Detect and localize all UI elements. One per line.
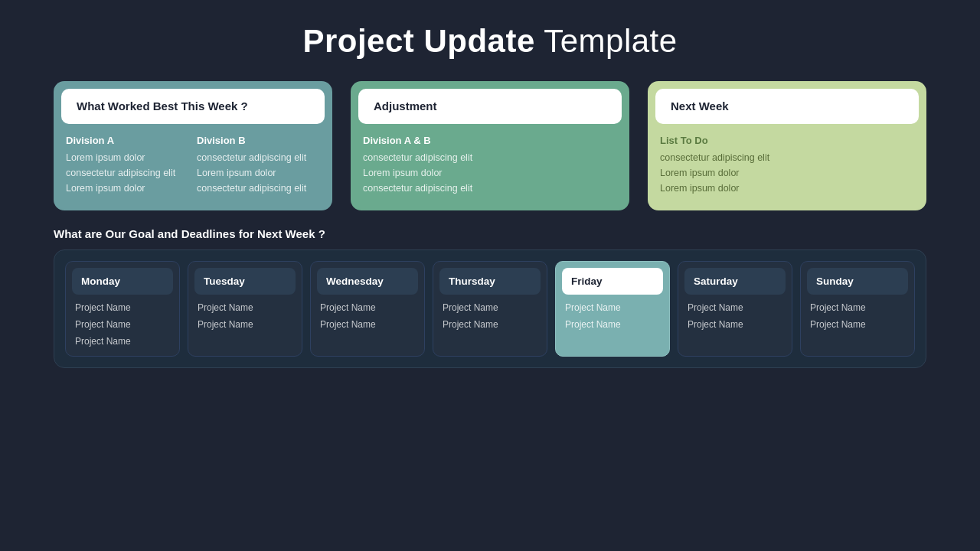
col-ab-item-1: consectetur adipiscing elit: [363, 152, 617, 163]
monday-project-2: Project Name: [75, 319, 170, 330]
thursday-project-2: Project Name: [443, 319, 537, 330]
col-todo-item-1: consectetur adipiscing elit: [660, 152, 914, 163]
col-division-a: Division A Lorem ipsum dolor consectetur…: [66, 135, 189, 198]
wednesday-project-2: Project Name: [320, 319, 415, 330]
saturday-project-2: Project Name: [688, 319, 782, 330]
card-next-week: Next Week List To Do consectetur adipisc…: [648, 81, 926, 210]
col-a-title: Division A: [66, 135, 189, 146]
day-header-wednesday: Wednesday: [317, 268, 418, 295]
day-col-tuesday: Tuesday Project Name Project Name: [188, 261, 302, 357]
day-header-sunday: Sunday: [807, 268, 908, 295]
card-next-week-body: List To Do consectetur adipiscing elit L…: [648, 124, 926, 210]
tuesday-project-2: Project Name: [198, 319, 292, 330]
col-b-item-1: consectetur adipiscing elit: [197, 152, 320, 163]
day-header-friday: Friday: [562, 268, 663, 295]
day-body-friday: Project Name Project Name: [556, 295, 669, 339]
col-todo-item-3: Lorem ipsum dolor: [660, 183, 914, 194]
card-what-worked: What Worked Best This Week ? Division A …: [54, 81, 332, 210]
goal-section: What are Our Goal and Deadlines for Next…: [54, 227, 926, 368]
day-header-monday: Monday: [72, 268, 173, 295]
col-b-item-3: consectetur adipiscing elit: [197, 183, 320, 194]
title-bold: Project Update: [302, 23, 534, 59]
page-title: Project Update Template: [54, 23, 926, 60]
day-col-sunday: Sunday Project Name Project Name: [800, 261, 915, 357]
day-body-saturday: Project Name Project Name: [678, 295, 792, 339]
title-light: Template: [535, 23, 678, 59]
col-b-item-2: Lorem ipsum dolor: [197, 168, 320, 178]
card-next-week-header: Next Week: [655, 89, 919, 124]
day-col-wednesday: Wednesday Project Name Project Name: [310, 261, 425, 357]
card-adjustment-header: Adjustment: [358, 89, 622, 124]
card-what-worked-header: What Worked Best This Week ?: [61, 89, 325, 124]
thursday-project-1: Project Name: [443, 302, 537, 313]
sunday-project-1: Project Name: [810, 302, 905, 313]
top-cards-row: What Worked Best This Week ? Division A …: [54, 81, 926, 210]
friday-project-2: Project Name: [565, 319, 660, 330]
card-next-week-title: Next Week: [671, 99, 729, 112]
day-body-monday: Project Name Project Name Project Name: [66, 295, 179, 356]
weekly-grid-wrapper: Monday Project Name Project Name Project…: [54, 249, 926, 368]
day-header-thursday: Thursday: [439, 268, 541, 295]
monday-project-1: Project Name: [75, 302, 170, 313]
col-todo-item-2: Lorem ipsum dolor: [660, 168, 914, 178]
wednesday-project-1: Project Name: [320, 302, 415, 313]
day-body-tuesday: Project Name Project Name: [188, 295, 302, 339]
card-what-worked-title: What Worked Best This Week ?: [77, 99, 248, 112]
day-col-thursday: Thursday Project Name Project Name: [433, 261, 547, 357]
day-col-saturday: Saturday Project Name Project Name: [678, 261, 792, 357]
card-adjustment-title: Adjustment: [374, 99, 437, 112]
friday-project-1: Project Name: [565, 302, 660, 313]
col-division-ab: Division A & B consectetur adipiscing el…: [363, 135, 617, 198]
col-list-todo: List To Do consectetur adipiscing elit L…: [660, 135, 914, 198]
col-a-item-2: consectetur adipiscing elit: [66, 168, 189, 178]
day-col-monday: Monday Project Name Project Name Project…: [65, 261, 180, 357]
col-b-title: Division B: [197, 135, 320, 146]
day-header-saturday: Saturday: [684, 268, 786, 295]
goal-title: What are Our Goal and Deadlines for Next…: [54, 227, 926, 240]
card-adjustment-body: Division A & B consectetur adipiscing el…: [351, 124, 629, 210]
tuesday-project-1: Project Name: [198, 302, 292, 313]
page-wrapper: Project Update Template What Worked Best…: [0, 0, 980, 551]
day-body-sunday: Project Name Project Name: [801, 295, 914, 339]
sunday-project-2: Project Name: [810, 319, 905, 330]
card-what-worked-body: Division A Lorem ipsum dolor consectetur…: [54, 124, 332, 210]
col-todo-title: List To Do: [660, 135, 914, 146]
col-division-b: Division B consectetur adipiscing elit L…: [197, 135, 320, 198]
col-a-item-1: Lorem ipsum dolor: [66, 152, 189, 163]
col-ab-item-3: consectetur adipiscing elit: [363, 183, 617, 194]
day-header-tuesday: Tuesday: [194, 268, 296, 295]
col-ab-title: Division A & B: [363, 135, 617, 146]
col-ab-item-2: Lorem ipsum dolor: [363, 168, 617, 178]
card-adjustment: Adjustment Division A & B consectetur ad…: [351, 81, 629, 210]
col-a-item-3: Lorem ipsum dolor: [66, 183, 189, 194]
monday-project-3: Project Name: [75, 336, 170, 347]
weekly-grid: Monday Project Name Project Name Project…: [65, 261, 915, 357]
day-body-wednesday: Project Name Project Name: [311, 295, 424, 339]
day-col-friday: Friday Project Name Project Name: [555, 261, 670, 357]
day-body-thursday: Project Name Project Name: [433, 295, 547, 339]
saturday-project-1: Project Name: [688, 302, 782, 313]
